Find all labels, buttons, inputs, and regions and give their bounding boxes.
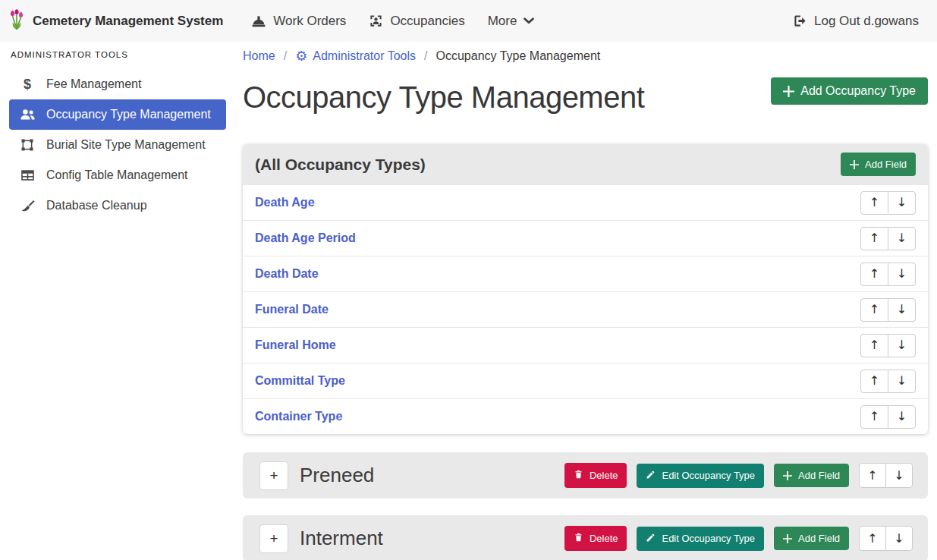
breadcrumb-separator: / — [424, 49, 427, 63]
breadcrumb-home[interactable]: Home — [243, 49, 275, 63]
field-link[interactable]: Death Age — [255, 196, 315, 209]
broom-icon — [18, 199, 36, 213]
field-row: Death Age Period ↑ ↓ — [243, 220, 928, 256]
move-up-button[interactable]: ↑ — [860, 191, 888, 215]
add-field-label: Add Field — [798, 533, 840, 544]
nav-more[interactable]: More — [488, 14, 535, 29]
move-down-button[interactable]: ↓ — [888, 298, 916, 322]
add-occupancy-type-button[interactable]: Add Occupancy Type — [771, 77, 928, 105]
sidebar-item-config-table-management[interactable]: Config Table Management — [9, 160, 226, 190]
field-link[interactable]: Committal Type — [255, 374, 345, 388]
delete-label: Delete — [590, 470, 618, 481]
main-content: Home / ⚙ Administrator Tools / Occupancy… — [235, 42, 937, 560]
move-up-button[interactable]: ↑ — [860, 263, 888, 286]
nav-occupancies-label: Occupancies — [390, 14, 464, 29]
section-title: Interment — [300, 527, 383, 550]
field-link[interactable]: Death Age Period — [255, 231, 356, 245]
expand-button[interactable]: + — [259, 461, 288, 490]
plus-icon — [783, 534, 792, 543]
move-down-button[interactable]: ↓ — [888, 405, 916, 429]
gear-icon: ⚙ — [295, 49, 307, 63]
move-down-button[interactable]: ↓ — [888, 370, 916, 393]
field-link[interactable]: Funeral Date — [255, 303, 329, 316]
field-link[interactable]: Container Type — [255, 410, 342, 423]
field-link[interactable]: Death Date — [255, 267, 319, 281]
delete-button[interactable]: Delete — [564, 526, 627, 551]
sidebar-item-fee-management[interactable]: $ Fee Management — [9, 69, 226, 99]
sidebar-item-label: Burial Site Type Management — [46, 138, 206, 152]
breadcrumb: Home / ⚙ Administrator Tools / Occupancy… — [243, 47, 928, 65]
add-field-button[interactable]: Add Field — [774, 527, 849, 550]
nav-occupancies[interactable]: Occupancies — [369, 14, 464, 29]
app-title: Cemetery Management System — [33, 14, 223, 29]
sidebar-heading: ADMINISTRATOR TOOLS — [11, 50, 226, 59]
card-title: (All Occupancy Types) — [255, 156, 426, 174]
users-icon — [18, 109, 36, 121]
move-down-button[interactable]: ↓ — [888, 334, 916, 357]
nav-work-orders[interactable]: Work Orders — [251, 14, 346, 29]
sidebar: ADMINISTRATOR TOOLS $ Fee Management Occ… — [0, 42, 235, 560]
person-frame-icon — [369, 14, 383, 28]
move-down-button[interactable]: ↓ — [885, 463, 913, 488]
pencil-icon — [646, 470, 656, 482]
sidebar-item-label: Config Table Management — [46, 168, 188, 182]
config-table-icon — [18, 169, 36, 181]
brand[interactable]: Cemetery Management System — [8, 8, 223, 34]
section-actions: Delete Edit Occupancy Type Add — [564, 526, 913, 551]
sidebar-item-label: Occupancy Type Management — [46, 108, 211, 121]
move-up-button[interactable]: ↑ — [860, 334, 888, 357]
pencil-icon — [646, 533, 656, 545]
sidebar-item-label: Database Cleanup — [46, 199, 147, 212]
nav-more-label: More — [488, 14, 517, 29]
sidebar-item-burial-site-type-management[interactable]: Burial Site Type Management — [9, 130, 226, 160]
all-occupancy-types-card: (All Occupancy Types) Add Field Death Ag… — [243, 144, 928, 434]
all-occupancy-types-header: (All Occupancy Types) Add Field — [243, 144, 928, 184]
breadcrumb-administrator-tools[interactable]: ⚙ Administrator Tools — [295, 49, 416, 63]
plus-icon — [850, 160, 859, 169]
trash-icon — [574, 469, 583, 482]
section-actions: Delete Edit Occupancy Type Add — [564, 463, 913, 488]
sidebar-item-label: Fee Management — [46, 77, 141, 91]
sidebar-item-occupancy-type-management[interactable]: Occupancy Type Management — [9, 99, 226, 130]
reorder-controls: ↑ ↓ — [860, 405, 916, 429]
nav-work-orders-label: Work Orders — [273, 14, 346, 29]
logout-link[interactable]: Log Out d.gowans — [793, 14, 919, 29]
move-down-button[interactable]: ↓ — [885, 526, 913, 551]
sidebar-item-database-cleanup[interactable]: Database Cleanup — [9, 190, 226, 221]
reorder-controls: ↑ ↓ — [859, 463, 913, 488]
add-field-button[interactable]: Add Field — [774, 464, 849, 487]
move-down-button[interactable]: ↓ — [888, 227, 916, 250]
move-up-button[interactable]: ↑ — [859, 463, 886, 488]
reorder-controls: ↑ ↓ — [860, 298, 916, 322]
breadcrumb-separator: / — [284, 49, 287, 63]
edit-occupancy-type-label: Edit Occupancy Type — [662, 470, 755, 481]
add-field-label: Add Field — [865, 159, 907, 170]
move-up-button[interactable]: ↑ — [860, 227, 888, 250]
add-field-button[interactable]: Add Field — [841, 153, 916, 176]
sign-out-icon — [793, 14, 807, 28]
field-row: Committal Type ↑ ↓ — [243, 363, 928, 398]
reorder-controls: ↑ ↓ — [860, 263, 916, 286]
reorder-controls: ↑ ↓ — [860, 334, 916, 357]
reorder-controls: ↑ ↓ — [860, 370, 916, 393]
field-row: Funeral Home ↑ ↓ — [243, 327, 928, 363]
move-up-button[interactable]: ↑ — [860, 405, 888, 429]
move-down-button[interactable]: ↓ — [888, 191, 916, 215]
plus-icon — [783, 86, 794, 97]
add-field-label: Add Field — [798, 470, 840, 481]
move-up-button[interactable]: ↑ — [860, 298, 888, 322]
add-occupancy-type-label: Add Occupancy Type — [800, 84, 916, 98]
burial-site-icon — [18, 138, 36, 152]
move-up-button[interactable]: ↑ — [859, 526, 886, 551]
breadcrumb-current: Occupancy Type Management — [436, 49, 601, 63]
occupancy-type-section-interment: + Interment Delete — [243, 515, 928, 560]
move-down-button[interactable]: ↓ — [888, 263, 916, 286]
expand-button[interactable]: + — [259, 524, 288, 553]
edit-occupancy-type-button[interactable]: Edit Occupancy Type — [637, 464, 764, 488]
move-up-button[interactable]: ↑ — [860, 370, 888, 393]
delete-label: Delete — [590, 533, 618, 544]
field-link[interactable]: Funeral Home — [255, 338, 336, 352]
edit-occupancy-type-button[interactable]: Edit Occupancy Type — [637, 527, 764, 551]
field-row: Death Age ↑ ↓ — [243, 184, 928, 220]
delete-button[interactable]: Delete — [564, 463, 627, 488]
